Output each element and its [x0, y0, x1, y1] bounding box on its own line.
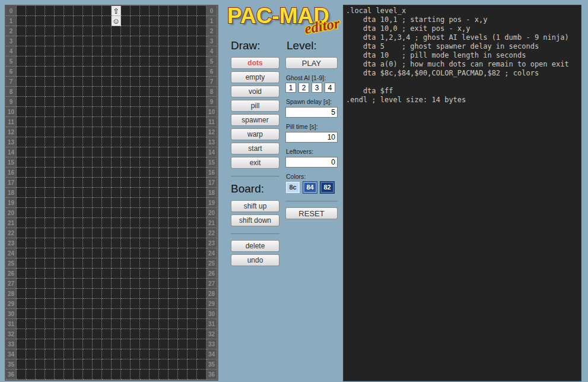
- board-cell[interactable]: [74, 218, 83, 228]
- board-cell[interactable]: [83, 299, 93, 309]
- board-cell[interactable]: [36, 16, 45, 26]
- board-cell[interactable]: [74, 157, 83, 168]
- board-cell[interactable]: [140, 67, 150, 77]
- board-cell[interactable]: [131, 329, 140, 339]
- board-cell[interactable]: [74, 6, 83, 16]
- board-cell[interactable]: [102, 77, 112, 87]
- board-cell[interactable]: [121, 299, 131, 309]
- board-cell[interactable]: [45, 137, 55, 147]
- board-cell[interactable]: [64, 26, 74, 36]
- board-cell[interactable]: [131, 168, 140, 178]
- board-cell[interactable]: [178, 319, 187, 329]
- board-cell[interactable]: [64, 77, 74, 87]
- board-cell[interactable]: [112, 359, 121, 370]
- board-cell[interactable]: [74, 238, 83, 248]
- board-cell[interactable]: [178, 178, 187, 188]
- board-cell[interactable]: [197, 228, 206, 238]
- board-cell[interactable]: [26, 218, 36, 228]
- board-cell[interactable]: [150, 178, 159, 188]
- board-cell[interactable]: [121, 248, 131, 258]
- board-cell[interactable]: [121, 339, 131, 349]
- board-cell[interactable]: [159, 147, 169, 157]
- board-cell[interactable]: [197, 339, 206, 349]
- board-cell[interactable]: [169, 370, 178, 380]
- board-cell[interactable]: [178, 117, 187, 127]
- board-cell[interactable]: [121, 238, 131, 248]
- board-cell[interactable]: [169, 56, 178, 67]
- board-cell[interactable]: [36, 107, 45, 117]
- board-cell[interactable]: [45, 168, 55, 178]
- board-cell[interactable]: [64, 248, 74, 258]
- board-cell[interactable]: [187, 289, 197, 299]
- board-cell[interactable]: [131, 147, 140, 157]
- board-cell[interactable]: [178, 188, 187, 198]
- board-cell[interactable]: [178, 157, 187, 168]
- board-cell[interactable]: [178, 218, 187, 228]
- board-cell[interactable]: [17, 127, 26, 137]
- board-cell[interactable]: [178, 339, 187, 349]
- board-cell[interactable]: [83, 359, 93, 370]
- board-cell[interactable]: [64, 339, 74, 349]
- board-cell[interactable]: [17, 238, 26, 248]
- board-cell[interactable]: [26, 299, 36, 309]
- board-cell[interactable]: [26, 248, 36, 258]
- board-cell[interactable]: [187, 370, 197, 380]
- board-cell[interactable]: [197, 147, 206, 157]
- board-cell[interactable]: [45, 87, 55, 97]
- board-cell[interactable]: [83, 329, 93, 339]
- board-cell[interactable]: [159, 248, 169, 258]
- board-cell[interactable]: [187, 279, 197, 289]
- board-cell[interactable]: [55, 359, 64, 370]
- board-cell[interactable]: [178, 97, 187, 107]
- board-cell[interactable]: [112, 258, 121, 269]
- board-cell[interactable]: [45, 208, 55, 218]
- board-cell[interactable]: [83, 279, 93, 289]
- board-cell[interactable]: [112, 329, 121, 339]
- board-cell[interactable]: [112, 188, 121, 198]
- board-cell[interactable]: [159, 36, 169, 46]
- board-cell[interactable]: [102, 269, 112, 279]
- board-cell[interactable]: [64, 168, 74, 178]
- board-cell[interactable]: [17, 339, 26, 349]
- board-cell[interactable]: [26, 329, 36, 339]
- board-cell[interactable]: [169, 97, 178, 107]
- board-cell[interactable]: [140, 289, 150, 299]
- board-cell[interactable]: [197, 87, 206, 97]
- board-cell[interactable]: [178, 147, 187, 157]
- board-cell[interactable]: [112, 127, 121, 137]
- board-cell[interactable]: [102, 87, 112, 97]
- board-cell[interactable]: [159, 218, 169, 228]
- board-cell[interactable]: [131, 218, 140, 228]
- board-cell[interactable]: [150, 77, 159, 87]
- board-cell[interactable]: [121, 269, 131, 279]
- board-cell[interactable]: [55, 258, 64, 269]
- board-cell[interactable]: [150, 228, 159, 238]
- board-cell[interactable]: [169, 319, 178, 329]
- board-cell[interactable]: [150, 370, 159, 380]
- spawn-delay-input[interactable]: [285, 107, 338, 118]
- board-cell[interactable]: [140, 36, 150, 46]
- board-cell[interactable]: [93, 319, 102, 329]
- board-cell[interactable]: [74, 329, 83, 339]
- board-cell[interactable]: [121, 16, 131, 26]
- board-cell[interactable]: [197, 178, 206, 188]
- board-cell[interactable]: [64, 107, 74, 117]
- board-cell[interactable]: [45, 319, 55, 329]
- board-cell[interactable]: [178, 26, 187, 36]
- board-cell[interactable]: [187, 77, 197, 87]
- board-cell[interactable]: [140, 188, 150, 198]
- board-cell[interactable]: [36, 178, 45, 188]
- board-cell[interactable]: [55, 157, 64, 168]
- board-cell[interactable]: [187, 309, 197, 319]
- play-button[interactable]: PLAY: [285, 57, 338, 69]
- board-cell[interactable]: [64, 279, 74, 289]
- board-cell[interactable]: [187, 107, 197, 117]
- board-cell[interactable]: [26, 258, 36, 269]
- board-cell[interactable]: [197, 349, 206, 359]
- board-cell[interactable]: [26, 339, 36, 349]
- board-cell[interactable]: [150, 36, 159, 46]
- draw-tool-dots[interactable]: dots: [231, 57, 279, 69]
- board-cell[interactable]: [55, 147, 64, 157]
- board-cell[interactable]: [112, 46, 121, 56]
- board-cell[interactable]: [36, 319, 45, 329]
